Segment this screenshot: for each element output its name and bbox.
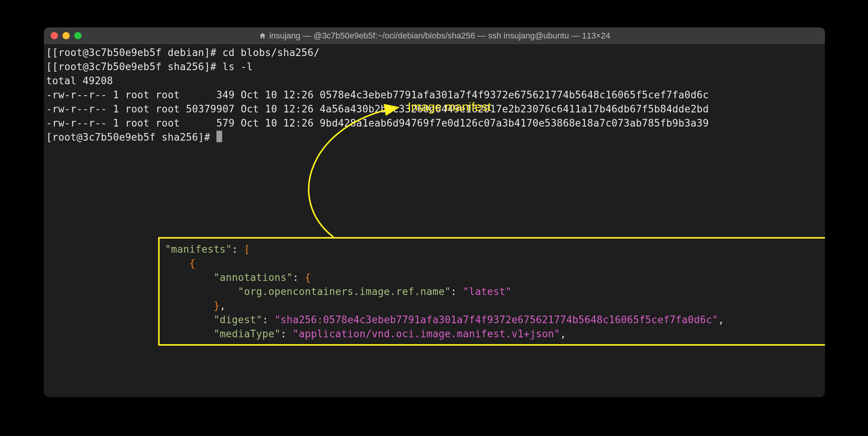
prompt-3: [root@3c7b50e9eb5f sha256]# (46, 131, 216, 143)
ls-total: total 49208 (46, 75, 113, 87)
window-title: insujang — @3c7b50e9eb5f:~/oci/debian/bl… (44, 31, 825, 41)
json-key-digest: "digest" (214, 314, 263, 325)
ls-row-0-name: 0578e4c3ebeb7791afa301a7f4f9372e67562177… (320, 89, 709, 101)
command-2: ls -l (223, 61, 253, 72)
ls-row-0-owner: root (125, 89, 149, 101)
terminal-window: insujang — @3c7b50e9eb5f:~/oci/debian/bl… (44, 27, 825, 397)
ls-row-1-owner: root (125, 103, 149, 115)
maximize-icon[interactable] (74, 32, 82, 39)
minimize-icon[interactable] (62, 32, 70, 39)
ls-row-1-perm: -rw-r--r-- (46, 103, 107, 115)
json-line: "digest": "sha256:0578e4c3ebeb7791afa301… (165, 313, 822, 327)
json-line: }, (165, 299, 822, 313)
cursor-icon (216, 131, 222, 142)
json-key-annotations: "annotations" (214, 272, 293, 283)
window-title-text: insujang — @3c7b50e9eb5f:~/oci/debian/bl… (269, 31, 610, 41)
prompt-2: [root@3c7b50e9eb5f sha256]# (52, 61, 223, 72)
line-bracket-open: [ (46, 61, 52, 72)
titlebar: insujang — @3c7b50e9eb5f:~/oci/debian/bl… (44, 27, 825, 44)
ls-row-0-date: Oct 10 12:26 (241, 89, 314, 101)
ls-row-0-links: 1 (113, 89, 119, 101)
terminal-content[interactable]: [[root@3c7b50e9eb5f debian]# cd blobs/sh… (44, 44, 825, 146)
json-line: { (165, 256, 822, 271)
json-open-array: [ (244, 244, 250, 255)
ls-row-1-group: root (155, 103, 180, 115)
json-val-mediatype: "application/vnd.oci.image.manifest.v1+j… (293, 328, 560, 340)
prompt-1: [root@3c7b50e9eb5f debian]# (52, 47, 223, 58)
line-bracket-open: [ (46, 47, 52, 58)
ls-row-0-group: root (155, 89, 180, 101)
ls-row-2-size: 579 (186, 117, 235, 129)
json-line: "mediaType": "application/vnd.oci.image.… (165, 327, 822, 341)
json-open-brace-2: { (305, 272, 311, 283)
ls-row-1-links: 1 (113, 103, 119, 115)
ls-row-2-group: root (155, 117, 180, 129)
home-icon (259, 32, 266, 40)
ls-row-1-date: Oct 10 12:26 (241, 103, 314, 115)
json-key-mediatype: "mediaType" (214, 328, 281, 340)
json-val-latest: "latest" (463, 286, 512, 297)
json-line: "org.opencontainers.image.ref.name": "la… (165, 285, 822, 299)
ls-row-0-perm: -rw-r--r-- (46, 89, 107, 101)
json-line: "manifests": [ (165, 242, 822, 256)
ls-row-2-perm: -rw-r--r-- (46, 117, 107, 129)
json-key-manifests: "manifests" (165, 244, 232, 255)
ls-row-0-size: 349 (186, 89, 235, 101)
ls-row-1-name: 4a56a430b2bac33260d6449e162017e2b23076c6… (320, 103, 709, 115)
json-key-refname: "org.opencontainers.image.ref.name" (238, 286, 450, 297)
traffic-lights (51, 32, 82, 39)
json-line: "annotations": { (165, 271, 822, 285)
ls-row-2-owner: root (125, 117, 149, 129)
ls-row-1-size: 50379907 (186, 103, 235, 115)
annotation-label: Image manifest (408, 100, 491, 114)
close-icon[interactable] (51, 32, 58, 39)
command-1: cd blobs/sha256/ (223, 47, 320, 58)
json-close-brace-ann: } (214, 300, 220, 311)
json-open-brace: { (189, 258, 195, 269)
json-val-digest: "sha256:0578e4c3ebeb7791afa301a7f4f9372e… (274, 314, 718, 325)
ls-row-2-date: Oct 10 12:26 (241, 117, 314, 129)
json-snippet-box: "manifests": [ { "annotations": { "org.o… (158, 237, 825, 346)
ls-row-2-name: 9bd428a1eab6d94769f7e0d126c07a3b4170e538… (320, 117, 709, 129)
ls-row-2-links: 1 (113, 117, 119, 129)
